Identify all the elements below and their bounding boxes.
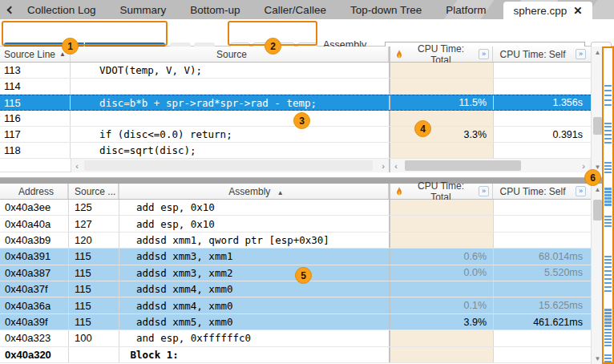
source-line-cell: 125: [68, 200, 119, 215]
column-header-cpu-total[interactable]: CPU Time: Total »: [389, 47, 493, 62]
source-code-cell: VDOT(temp, V, V);: [71, 63, 389, 78]
callout-badge-3: 3: [293, 112, 310, 129]
table-row[interactable]: 115 disc=b*b + spr->rad*spr->rad - temp;…: [0, 95, 603, 111]
address-cell: 0x40a39f: [0, 314, 68, 330]
tab-collection-log[interactable]: Collection Log: [27, 4, 96, 16]
scroll-left-icon[interactable]: ‹: [390, 159, 402, 172]
source-code-cell: disc=sqrt(disc);: [71, 143, 389, 158]
minimap-mark: [604, 172, 612, 173]
cpu-total-cell: [389, 281, 493, 297]
expand-column-button[interactable]: »: [576, 49, 586, 59]
back-button[interactable]: [0, 0, 21, 19]
tab-summary[interactable]: Summary: [120, 4, 167, 16]
table-row[interactable]: 0x40a391 115 addsd xmm3, xmm1 0.6% 68.01…: [0, 249, 603, 265]
scroll-corner: [0, 159, 71, 172]
column-header-source-line[interactable]: Source ...: [68, 184, 119, 199]
tab-bottom-up[interactable]: Bottom-up: [190, 4, 240, 16]
table-row[interactable]: 0x40a320 Block 1:: [0, 347, 603, 363]
assembly-code-cell: add esp, 0x10: [119, 200, 389, 215]
source-code-cell: [71, 79, 389, 94]
callout-badge-6: 6: [584, 169, 601, 186]
minimap-mark: [604, 90, 612, 91]
minimap-mark: [604, 85, 612, 87]
cpu-self-cell: [493, 143, 589, 158]
source-line-cell: 115: [68, 265, 119, 281]
assembly-code-cell: Block 1:: [119, 347, 389, 362]
column-header-cpu-self[interactable]: CPU Time: Self »: [493, 184, 589, 199]
close-icon[interactable]: ✕: [573, 4, 582, 17]
minimap-mark: [604, 104, 612, 106]
column-header-address[interactable]: Address: [0, 184, 68, 199]
address-cell: 0x40a391: [0, 249, 68, 264]
column-header-cpu-self[interactable]: CPU Time: Self »: [493, 47, 589, 62]
table-row[interactable]: 114: [0, 79, 603, 95]
address-cell: 0x40a40a: [0, 216, 68, 231]
column-header-cpu-total[interactable]: CPU Time: Total »: [389, 184, 493, 199]
table-row[interactable]: 0x40a40a 127 add esp, 0x10: [0, 216, 603, 232]
tab-caller-callee[interactable]: Caller/Callee: [265, 4, 326, 16]
minimap-mark: [604, 270, 612, 272]
source-line-number: 116: [0, 111, 71, 126]
table-row[interactable]: 117 if (disc<=0.0) return; 3.3% 0.391s: [0, 127, 603, 143]
scrollbar-thumb[interactable]: [405, 160, 521, 171]
minimap-mark: [604, 325, 612, 327]
cpu-pane-hscrollbar[interactable]: ‹ ›: [389, 159, 589, 172]
cpu-total-cell: [389, 233, 493, 248]
minimap-mark: [604, 222, 612, 224]
scroll-right-icon[interactable]: ›: [378, 159, 389, 172]
table-row[interactable]: 0x40a3b9 120 addsd xmm1, qword ptr [esp+…: [0, 233, 603, 249]
column-header-source-line[interactable]: Source Line ▲: [0, 47, 71, 62]
minimap-mark: [604, 282, 612, 284]
table-row[interactable]: 0x40a39f 115 addsd xmm5, xmm0 3.9% 461.6…: [0, 314, 603, 330]
expand-column-button[interactable]: »: [479, 49, 489, 59]
minimap-mark: [604, 123, 612, 124]
source-vertical-scrollbar[interactable]: ▲ ▼: [591, 47, 603, 172]
callout-badge-5: 5: [295, 267, 312, 284]
minimap-mark: [604, 342, 612, 343]
assembly-code-cell: addsd xmm4, xmm0: [119, 297, 389, 313]
scroll-left-icon[interactable]: ‹: [71, 159, 83, 172]
scrollbar-thumb[interactable]: [84, 160, 373, 171]
tab-top-down-tree[interactable]: Top-down Tree: [350, 4, 422, 16]
table-row[interactable]: 0x40a36a 115 addsd xmm4, xmm0 0.1% 15.62…: [0, 297, 603, 313]
table-row[interactable]: 118 disc=sqrt(disc);: [0, 143, 603, 159]
pane-splitter[interactable]: [0, 177, 603, 184]
minimap-mark: [604, 274, 612, 276]
table-row[interactable]: 0x40a3ee 125 add esp, 0x10: [0, 200, 603, 216]
callout-badge-4: 4: [414, 120, 431, 137]
minimap-mark: [604, 335, 612, 337]
minimap-mark: [604, 358, 612, 359]
minimap-mark: [604, 138, 612, 140]
column-header-assembly[interactable]: Assembly ▲: [119, 184, 389, 199]
chevron-left-icon: [6, 6, 14, 14]
toolbar: Source Assembly ↑↑↓↓ Assembly grouping: …: [0, 19, 614, 47]
assembly-code-cell: addsd xmm5, xmm0: [119, 314, 389, 330]
expand-column-button[interactable]: »: [576, 186, 586, 196]
minimap-mark: [604, 168, 612, 170]
cpu-total-cell: 11.5%: [389, 95, 493, 110]
source-code-cell: if (disc<=0.0) return;: [71, 127, 389, 142]
tab-sphere-cpp[interactable]: sphere.cpp ✕: [503, 2, 592, 19]
table-row[interactable]: 0x40a37f 115 addsd xmm4, xmm0: [0, 281, 603, 297]
column-header-source[interactable]: Source: [71, 47, 389, 62]
cpu-self-cell: [493, 347, 589, 362]
assembly-code-cell: addsd xmm3, xmm1: [119, 249, 389, 264]
source-line-cell: 115: [68, 314, 119, 330]
expand-column-button[interactable]: »: [479, 186, 489, 196]
table-row[interactable]: 0x40a323 100 and esp, 0xffffffc0: [0, 330, 603, 346]
tab-platform[interactable]: Platform: [446, 4, 486, 16]
source-code-cell: disc=b*b + spr->rad*spr->rad - temp;: [71, 95, 389, 110]
source-grid-body: 113 VDOT(temp, V, V); 114 115 disc=b*b +…: [0, 63, 603, 159]
cpu-total-cell: [389, 79, 493, 94]
table-row[interactable]: 113 VDOT(temp, V, V);: [0, 63, 603, 79]
hotspot-minimap[interactable]: [602, 47, 614, 364]
scrollbar-thumb[interactable]: [593, 117, 602, 135]
cpu-self-cell: 461.621ms: [493, 314, 589, 330]
source-pane-hscrollbar[interactable]: ‹ ›: [71, 159, 389, 172]
scrollbar-thumb[interactable]: [593, 200, 602, 220]
minimap-mark: [604, 338, 612, 340]
assembly-vertical-scrollbar[interactable]: ▲ ▼: [591, 184, 603, 364]
minimap-mark: [604, 134, 612, 135]
tab-bar: Collection LogSummaryBottom-upCaller/Cal…: [0, 0, 614, 19]
assembly-code-cell: addsd xmm3, xmm2: [119, 265, 389, 281]
